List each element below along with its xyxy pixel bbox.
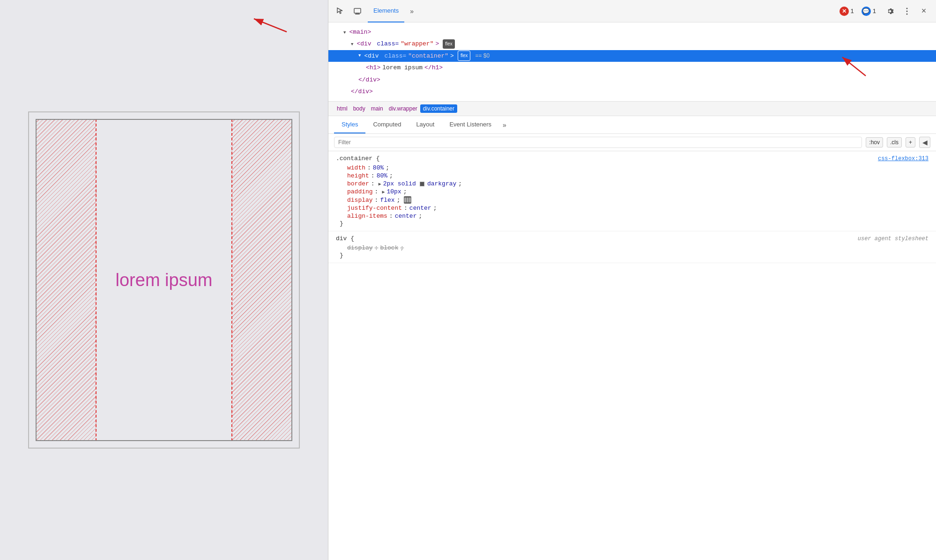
- cls-button[interactable]: .cls: [887, 137, 902, 147]
- css-prop-height: height : 80% ;: [336, 172, 929, 180]
- elements-tab-label: Elements: [373, 7, 399, 14]
- svg-point-6: [906, 10, 908, 12]
- more-menu-icon[interactable]: [900, 5, 914, 18]
- css-prop-div-display: display : block ;: [336, 244, 929, 252]
- css-prop-display: display : flex ;: [336, 196, 929, 204]
- main-triangle: [343, 27, 347, 37]
- tab-layout[interactable]: Layout: [409, 116, 442, 133]
- devtools-panel: Elements » ✕ 1 💬 1: [328, 0, 936, 560]
- arrow-wrapper-indicator: [240, 13, 296, 41]
- border-triangle[interactable]: ▶: [379, 181, 381, 187]
- flex-layout-icon[interactable]: [404, 196, 411, 204]
- error-count: 1: [851, 7, 854, 15]
- expand-styles-button[interactable]: ◀: [919, 137, 930, 148]
- filter-input[interactable]: [334, 137, 862, 148]
- container-flex-badge: flex: [458, 51, 471, 61]
- hatch-left: [36, 119, 97, 441]
- css-prop-align-items: align-items : center ;: [336, 212, 929, 220]
- css-rule-container-header: .container { css-flexbox:313: [336, 155, 929, 162]
- css-source-div: user agent stylesheet: [858, 236, 929, 242]
- dom-h1-line[interactable]: <h1> lorem ipsum </h1>: [328, 62, 936, 74]
- console-count: 1: [873, 7, 876, 15]
- breadcrumb: html body main div.wrapper div.container: [328, 102, 936, 116]
- tab-event-listeners[interactable]: Event Listeners: [442, 116, 499, 133]
- close-label: ×: [921, 6, 927, 16]
- css-rule-div-header: div { user agent stylesheet: [336, 235, 929, 242]
- svg-rect-10: [404, 198, 406, 202]
- panel-tabs: Styles Computed Layout Event Listeners »: [328, 116, 936, 134]
- breadcrumb-main[interactable]: main: [368, 104, 386, 113]
- css-prop-border: border : ▶ 2px solid darkgray ;: [336, 180, 929, 188]
- css-rule-div: div { user agent stylesheet display : bl…: [328, 231, 936, 263]
- more-tabs-button[interactable]: »: [408, 7, 416, 15]
- breadcrumb-html[interactable]: html: [334, 104, 350, 113]
- settings-icon[interactable]: [884, 5, 897, 18]
- elements-tab[interactable]: Elements: [368, 0, 404, 22]
- dom-wrapper-close-line[interactable]: </div>: [328, 86, 936, 97]
- wrapper-triangle: [351, 38, 355, 49]
- filter-bar: :hov .cls + ◀: [328, 134, 936, 151]
- dom-wrapper-line[interactable]: <div class= "wrapper" > flex: [328, 38, 936, 50]
- svg-rect-11: [407, 198, 409, 202]
- breadcrumb-div-wrapper[interactable]: div.wrapper: [386, 104, 420, 113]
- css-container-close-brace: }: [336, 220, 929, 227]
- hatch-right: [231, 119, 292, 441]
- dom-container-close-line[interactable]: </div>: [328, 74, 936, 86]
- dom-container-line[interactable]: ▼ <div class= "container" > flex == $0: [328, 50, 936, 62]
- css-rule-container: .container { css-flexbox:313 width : 80%…: [328, 151, 936, 231]
- add-style-button[interactable]: +: [906, 137, 915, 147]
- css-selector-div: div {: [336, 235, 354, 242]
- lorem-ipsum-text: lorem ipsum: [116, 270, 213, 290]
- css-prop-width: width : 80% ;: [336, 164, 929, 172]
- tab-styles[interactable]: Styles: [334, 116, 365, 133]
- browser-viewport: lorem ipsum: [0, 0, 328, 560]
- dom-main-line[interactable]: <main>: [328, 26, 936, 38]
- svg-line-1: [254, 19, 287, 32]
- inner-container-box: lorem ipsum: [36, 119, 292, 441]
- device-toggle-icon[interactable]: [351, 5, 364, 18]
- close-devtools-icon[interactable]: ×: [917, 5, 930, 18]
- tab-more[interactable]: »: [499, 117, 510, 133]
- svg-point-5: [906, 7, 908, 9]
- outer-dashed-border: [36, 119, 292, 441]
- svg-point-7: [906, 13, 908, 15]
- css-prop-padding: padding : ▶ 10px ;: [336, 188, 929, 196]
- border-color-swatch[interactable]: [420, 182, 424, 186]
- breadcrumb-body[interactable]: body: [350, 104, 368, 113]
- tab-computed[interactable]: Computed: [365, 116, 409, 133]
- hov-button[interactable]: :hov: [866, 137, 883, 147]
- css-selector-container: .container {: [336, 155, 380, 162]
- console-badge[interactable]: 💬 1: [862, 7, 876, 16]
- dom-tree: <main> <div class= "wrapper" > flex ▼ <d…: [328, 22, 936, 102]
- error-badge[interactable]: ✕ 1: [839, 7, 854, 16]
- css-source-container[interactable]: css-flexbox:313: [878, 155, 929, 162]
- wrapper-flex-badge: flex: [443, 39, 455, 49]
- padding-triangle[interactable]: ▶: [382, 189, 385, 195]
- breadcrumb-div-container[interactable]: div.container: [420, 104, 457, 113]
- eq-indicator: == $0: [475, 51, 490, 61]
- inspect-icon[interactable]: [334, 5, 347, 18]
- svg-rect-2: [354, 8, 361, 13]
- css-div-close-brace: }: [336, 252, 929, 259]
- devtools-toolbar: Elements » ✕ 1 💬 1: [328, 0, 936, 22]
- css-prop-justify-content: justify-content : center ;: [336, 204, 929, 212]
- page-wrapper: lorem ipsum: [28, 111, 300, 449]
- css-panel: .container { css-flexbox:313 width : 80%…: [328, 151, 936, 560]
- svg-rect-12: [409, 198, 411, 202]
